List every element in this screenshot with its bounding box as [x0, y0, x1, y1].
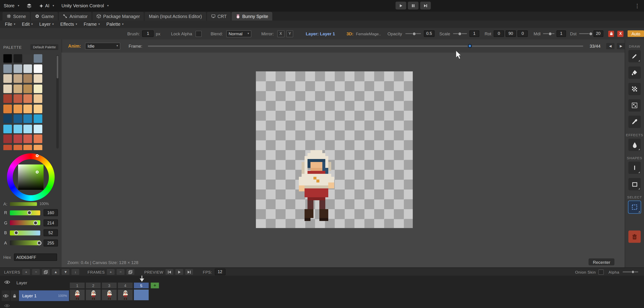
palette-swatch[interactable] — [14, 145, 22, 150]
alpha-preview-bar[interactable] — [10, 202, 37, 206]
scale-slider[interactable] — [453, 33, 467, 34]
scale-input[interactable] — [470, 30, 479, 37]
opacity-slider[interactable] — [406, 33, 421, 34]
palette-swatch[interactable] — [3, 104, 12, 113]
palette-swatch[interactable] — [24, 145, 32, 150]
dither-tool-button[interactable] — [628, 83, 641, 95]
remove-frame-button[interactable]: − — [117, 269, 124, 275]
opacity-slider-handle[interactable] — [412, 32, 416, 35]
palette-swatch[interactable] — [14, 94, 22, 103]
tab-scene[interactable]: Scene — [2, 12, 30, 20]
palette-swatch[interactable] — [3, 114, 12, 123]
layer-visibility-header-icon[interactable] — [3, 279, 10, 285]
frame-number-cell[interactable]: 3 — [102, 283, 116, 288]
palette-swatch[interactable] — [24, 84, 32, 93]
palette-swatch[interactable] — [24, 135, 32, 143]
channel-slider-handle[interactable] — [33, 221, 38, 225]
palette-swatch[interactable] — [14, 84, 22, 93]
palette-swatch[interactable] — [24, 94, 32, 103]
palette-swatch[interactable] — [3, 124, 12, 133]
palette-swatch[interactable] — [34, 94, 42, 103]
frame-thumbnail-cell[interactable] — [86, 290, 100, 300]
fps-input[interactable] — [215, 269, 226, 275]
pixel-canvas[interactable] — [256, 71, 413, 228]
channel-slider[interactable] — [10, 220, 40, 225]
frame-number-cell[interactable]: 2 — [86, 283, 100, 288]
palette-swatch[interactable] — [14, 64, 22, 73]
rectangle-tool-button[interactable] — [628, 178, 641, 190]
timeline-playhead[interactable] — [138, 276, 146, 282]
palette-swatch[interactable] — [24, 124, 32, 133]
tab-animator[interactable]: Animator — [59, 12, 92, 20]
mdl-slider[interactable] — [543, 33, 554, 34]
store-menu[interactable]: Store ▾ — [0, 0, 23, 11]
frame-number-cell[interactable]: 4 — [118, 283, 133, 288]
auto-button[interactable]: Auto — [628, 30, 644, 37]
next-layer-visibility-icon[interactable] — [3, 304, 10, 308]
preview-play-button[interactable] — [175, 269, 183, 275]
palette-swatch[interactable] — [34, 84, 42, 93]
menu-item[interactable]: File ▾ — [2, 20, 18, 28]
palette-swatch[interactable] — [34, 54, 42, 63]
tab-crt[interactable]: CRT — [207, 12, 231, 20]
palette-swatch[interactable] — [3, 64, 12, 73]
palette-swatch[interactable] — [34, 114, 42, 123]
tab-game[interactable]: Game — [31, 12, 58, 20]
menu-item[interactable]: Palette ▾ — [103, 20, 127, 28]
menu-item[interactable]: Edit ▾ — [18, 20, 36, 28]
frame-number-cell[interactable]: 5 — [134, 283, 149, 288]
tab-input-actions[interactable]: Main (Input Actions Editor) — [145, 12, 206, 20]
hue-marker[interactable] — [36, 154, 39, 157]
pattern-tool-button[interactable] — [628, 99, 641, 112]
channel-value-input[interactable]: 255 — [44, 239, 58, 247]
saturation-value-square[interactable] — [18, 164, 44, 190]
tab-bunny-sprite[interactable]: Bunny Sprite — [232, 12, 272, 20]
channel-value-input[interactable]: 160 — [44, 209, 58, 216]
channel-slider[interactable] — [10, 240, 40, 245]
mdl-input[interactable] — [556, 30, 566, 37]
model-3d-value[interactable]: FemaleMage.. — [356, 31, 381, 36]
marquee-select-tool-button[interactable] — [628, 201, 641, 213]
palette-swatch[interactable] — [14, 135, 22, 143]
palette-swatch[interactable] — [34, 145, 42, 150]
palette-swatch[interactable] — [3, 74, 12, 83]
pause-button[interactable] — [408, 1, 418, 9]
effects-tool-button[interactable] — [628, 139, 641, 151]
previous-frame-button[interactable]: ◀ — [606, 43, 614, 49]
duplicate-layer-button[interactable] — [42, 269, 50, 275]
frame-thumbnail-cell[interactable] — [134, 290, 149, 300]
fill-bucket-tool-button[interactable] — [628, 67, 641, 79]
palette-swatch[interactable] — [3, 94, 12, 103]
merge-layer-down-button[interactable]: ↓ — [72, 269, 80, 275]
channel-value-input[interactable]: 214 — [44, 219, 58, 226]
dst-input[interactable] — [593, 30, 603, 37]
scale-slider-handle[interactable] — [458, 32, 462, 35]
opacity-input[interactable] — [424, 30, 434, 37]
dst-slider-handle[interactable] — [589, 32, 593, 35]
mirror-y-button[interactable]: Y — [286, 30, 293, 37]
overflow-menu-button[interactable]: ⋮ — [633, 0, 642, 11]
step-button[interactable] — [420, 1, 431, 9]
menu-item[interactable]: Effects ▾ — [57, 20, 80, 28]
layer-visibility-toggle[interactable] — [2, 291, 10, 301]
tab-package-manager[interactable]: Package Manager — [92, 12, 144, 20]
palette-swatch[interactable] — [3, 135, 12, 143]
lock-alpha-checkbox[interactable] — [196, 30, 202, 37]
dst-slider[interactable] — [579, 33, 591, 34]
animation-select[interactable]: Idle ▾ — [85, 42, 120, 49]
blend-mode-select[interactable]: Normal ▾ — [226, 30, 252, 37]
palette-swatch[interactable] — [34, 74, 42, 83]
remove-layer-button[interactable]: − — [32, 269, 40, 275]
layer-row-layer-1[interactable]: Layer 1 100% — [19, 291, 69, 301]
close-3d-button[interactable]: X — [618, 30, 624, 37]
frame-number-cell[interactable]: 1 — [70, 283, 85, 288]
line-tool-button[interactable] — [628, 161, 641, 174]
menu-item[interactable]: Layer ▾ — [36, 20, 57, 28]
palette-swatch[interactable] — [14, 104, 22, 113]
play-button[interactable] — [396, 1, 406, 9]
color-wheel[interactable] — [7, 153, 55, 201]
lock-button[interactable] — [608, 30, 614, 37]
skip-to-start-button[interactable] — [166, 269, 173, 275]
palette-swatch[interactable] — [14, 114, 22, 123]
onion-alpha-slider[interactable] — [622, 272, 638, 273]
